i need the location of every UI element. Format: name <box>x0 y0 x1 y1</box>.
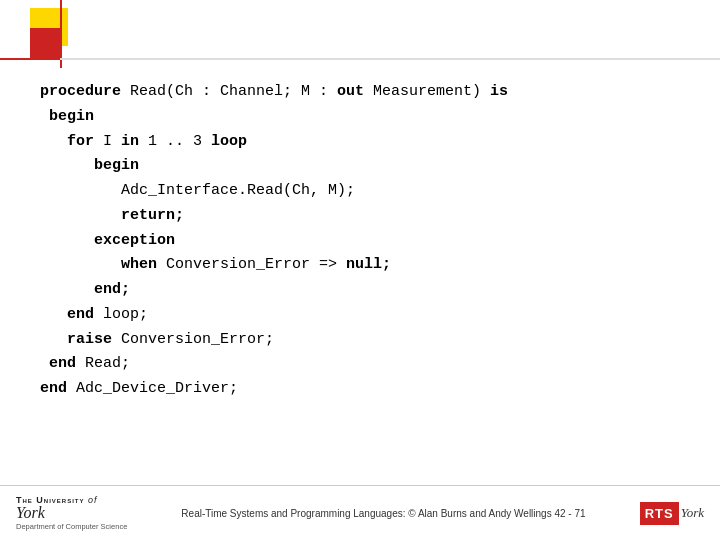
top-decoration <box>0 0 720 80</box>
code-line-9: end; <box>40 278 680 303</box>
code-line-3: for I in 1 .. 3 loop <box>40 130 680 155</box>
university-york: York <box>16 505 45 521</box>
footer-citation: Real-Time Systems and Programming Langua… <box>137 508 629 519</box>
code-line-6: return; <box>40 204 680 229</box>
code-line-5: Adc_Interface.Read(Ch, M); <box>40 179 680 204</box>
footer: The University of York Department of Com… <box>0 485 720 540</box>
code-line-11: raise Conversion_Error; <box>40 328 680 353</box>
code-line-8: when Conversion_Error => null; <box>40 253 680 278</box>
code-line-2: begin <box>40 105 680 130</box>
university-of: of <box>88 495 98 505</box>
code-line-12: end Read; <box>40 352 680 377</box>
horizontal-line <box>0 58 720 60</box>
code-line-1: procedure Read(Ch : Channel; M : out Mea… <box>40 80 680 105</box>
code-line-10: end loop; <box>40 303 680 328</box>
red-square <box>30 28 60 58</box>
university-logo: The University of York Department of Com… <box>16 495 127 531</box>
rts-york-label: York <box>681 505 704 521</box>
footer-left: The University of York Department of Com… <box>16 495 127 531</box>
code-block: procedure Read(Ch : Channel; M : out Mea… <box>40 80 680 402</box>
rts-label: RTS <box>640 502 679 525</box>
footer-right: RTS York <box>640 502 704 525</box>
code-line-4: begin <box>40 154 680 179</box>
code-line-7: exception <box>40 229 680 254</box>
department-text: Department of Computer Science <box>16 522 127 531</box>
rts-badge: RTS York <box>640 502 704 525</box>
code-line-13: end Adc_Device_Driver; <box>40 377 680 402</box>
